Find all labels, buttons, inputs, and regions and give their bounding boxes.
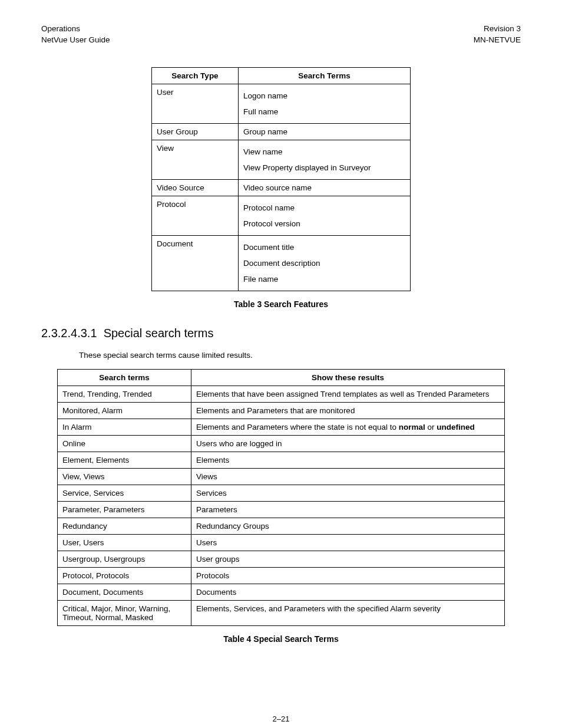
search-type-cell: Protocol [152,196,239,235]
table-row: In AlarmElements and Parameters where th… [58,419,505,435]
results-cell: Elements, Services, and Parameters with … [191,600,505,625]
results-cell: Users who are logged in [191,435,505,452]
table-header-row: Search Type Search Terms [152,67,411,84]
search-terms-cell: Element, Elements [58,452,191,468]
table-header-cell: Show these results [191,369,505,386]
search-type-cell: User Group [152,123,239,140]
results-cell: User groups [191,551,505,567]
search-terms-cell: Trend, Trending, Trended [58,386,191,402]
table4-caption: Table 4 Special Search Terms [41,634,521,644]
table-header-row: Search terms Show these results [58,369,505,386]
search-terms-cell: Document, Documents [58,584,191,600]
table-row: Video SourceVideo source name [152,179,411,196]
table3-caption: Table 3 Search Features [41,299,521,309]
header-right-line2: MN-NETVUE [474,35,521,46]
table-row: ProtocolProtocol nameProtocol version [152,196,411,235]
search-terms-cell: Protocol, Protocols [58,567,191,584]
table-row: Protocol, ProtocolsProtocols [58,567,505,584]
table-row: Usergroup, UsergroupsUser groups [58,551,505,567]
search-type-cell: Document [152,235,239,291]
results-cell: Parameters [191,501,505,518]
search-type-cell: User [152,84,239,123]
search-terms-cell: User, Users [58,534,191,551]
table-row: Parameter, ParametersParameters [58,501,505,518]
search-terms-cell: Document titleDocument descriptionFile n… [239,235,411,291]
search-terms-cell: Monitored, Alarm [58,402,191,419]
section-title: Special search terms [104,327,214,340]
table-row: OnlineUsers who are logged in [58,435,505,452]
header-right-line1: Revision 3 [474,24,521,35]
table-row: User, UsersUsers [58,534,505,551]
results-cell: Redundancy Groups [191,518,505,534]
search-terms-cell: Service, Services [58,485,191,501]
table-header-cell: Search Type [152,67,239,84]
table-row: DocumentDocument titleDocument descripti… [152,235,411,291]
results-cell: Elements and Parameters that are monitor… [191,402,505,419]
results-cell: Users [191,534,505,551]
table-row: Element, ElementsElements [58,452,505,468]
search-terms-cell: Logon nameFull name [239,84,411,123]
header-left: Operations NetVue User Guide [41,24,110,46]
special-search-terms-table: Search terms Show these results Trend, T… [57,369,505,626]
search-terms-cell: Critical, Major, Minor, Warning, Timeout… [58,600,191,625]
results-cell: Elements [191,452,505,468]
results-cell: Elements that have been assigned Trend t… [191,386,505,402]
table-row: RedundancyRedundancy Groups [58,518,505,534]
search-terms-cell: In Alarm [58,419,191,435]
table-row: Critical, Major, Minor, Warning, Timeout… [58,600,505,625]
table-row: View, ViewsViews [58,468,505,485]
header-left-line1: Operations [41,24,110,35]
search-terms-cell: Parameter, Parameters [58,501,191,518]
search-terms-cell: View nameView Property displayed in Surv… [239,140,411,179]
table-row: Service, ServicesServices [58,485,505,501]
results-cell: Services [191,485,505,501]
table-header-cell: Search terms [58,369,191,386]
table-row: UserLogon nameFull name [152,84,411,123]
search-terms-cell: Online [58,435,191,452]
table-row: User GroupGroup name [152,123,411,140]
results-cell: Views [191,468,505,485]
search-features-table: Search Type Search Terms UserLogon nameF… [151,67,411,291]
page-number: 2–21 [41,714,521,723]
header-right: Revision 3 MN-NETVUE [474,24,521,46]
results-cell: Elements and Parameters where the state … [191,419,505,435]
search-type-cell: Video Source [152,179,239,196]
search-terms-cell: Video source name [239,179,411,196]
header-left-line2: NetVue User Guide [41,35,110,46]
section-heading: 2.3.2.4.3.1 Special search terms [41,327,521,340]
table-row: Monitored, AlarmElements and Parameters … [58,402,505,419]
table-row: ViewView nameView Property displayed in … [152,140,411,179]
search-terms-cell: Usergroup, Usergroups [58,551,191,567]
search-terms-cell: Group name [239,123,411,140]
table-row: Trend, Trending, TrendedElements that ha… [58,386,505,402]
search-terms-cell: Redundancy [58,518,191,534]
search-terms-cell: View, Views [58,468,191,485]
results-cell: Documents [191,584,505,600]
section-intro: These special search terms cause limited… [79,351,521,360]
table-header-cell: Search Terms [239,67,411,84]
search-type-cell: View [152,140,239,179]
page-header: Operations NetVue User Guide Revision 3 … [41,24,521,46]
section-number: 2.3.2.4.3.1 [41,327,97,340]
results-cell: Protocols [191,567,505,584]
search-terms-cell: Protocol nameProtocol version [239,196,411,235]
table-row: Document, DocumentsDocuments [58,584,505,600]
